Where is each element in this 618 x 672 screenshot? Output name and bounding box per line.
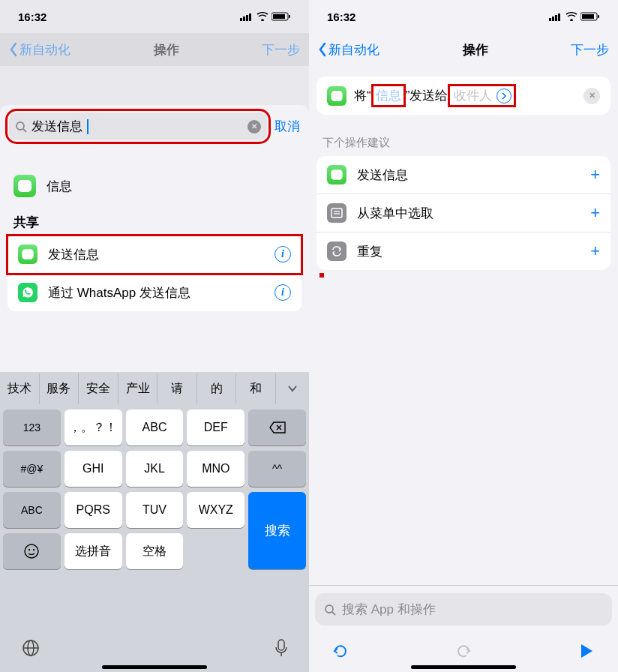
svg-line-27	[332, 612, 335, 615]
messages-icon	[327, 165, 346, 184]
app-category-label: 信息	[46, 178, 72, 195]
chevron-left-icon	[9, 42, 18, 57]
chevron-right-icon[interactable]	[496, 88, 512, 104]
svg-rect-5	[273, 14, 285, 19]
svg-rect-16	[549, 18, 551, 21]
clear-icon[interactable]	[248, 120, 261, 134]
key-backspace[interactable]	[248, 410, 306, 446]
svg-rect-1	[243, 16, 245, 21]
message-token[interactable]: 信息	[373, 86, 404, 106]
key-alpha[interactable]: ABC	[3, 492, 61, 528]
key-caret[interactable]: ^^	[248, 451, 306, 487]
section-header: 共享	[0, 206, 309, 236]
action-label: 发送信息	[48, 246, 264, 263]
messages-icon	[327, 86, 346, 106]
info-icon[interactable]: i	[274, 284, 291, 301]
wifi-icon	[566, 12, 578, 21]
key-emoji[interactable]	[3, 533, 61, 569]
candidate[interactable]: 的	[197, 374, 237, 404]
nav-back-label: 新自动化	[20, 41, 70, 58]
battery-icon	[272, 12, 291, 21]
candidate[interactable]: 请	[158, 374, 197, 404]
nav-bar: 新自动化 操作 下一步	[0, 33, 309, 66]
key-pinyin[interactable]: 选拼音	[64, 533, 122, 569]
keyboard: 123 ，。？！ ABC DEF #@¥ GHI JKL MNO ^^ ABC …	[0, 405, 309, 627]
nav-back[interactable]: 新自动化	[9, 41, 70, 58]
candidate[interactable]: 技术	[0, 374, 40, 404]
action-send-whatsapp[interactable]: 通过 WhatsApp 发送信息 i	[8, 274, 302, 311]
suggestion-label: 从菜单中选取	[357, 205, 580, 222]
key-symbols[interactable]: #@¥	[3, 451, 61, 487]
add-icon[interactable]: +	[590, 165, 600, 184]
key-def[interactable]: DEF	[187, 410, 244, 446]
key-wxyz[interactable]: WXYZ	[187, 492, 244, 528]
key-123[interactable]: 123	[3, 410, 61, 446]
svg-point-9	[25, 544, 38, 558]
info-icon[interactable]: i	[274, 246, 291, 262]
suggestion-send-message[interactable]: 发送信息 +	[316, 156, 610, 194]
keyboard-candidates: 技术 服务 安全 产业 请 的 和	[0, 372, 309, 405]
key-mno[interactable]: MNO	[187, 451, 244, 487]
emoji-icon	[23, 543, 40, 560]
key-abc[interactable]: ABC	[126, 410, 184, 446]
cancel-button[interactable]: 取消	[274, 118, 300, 135]
action-card: 将“ 信息 ”发送给 收件人	[316, 76, 610, 115]
suggestion-repeat[interactable]: 重复 +	[316, 232, 610, 270]
search-icon	[15, 121, 27, 133]
redo-icon	[454, 641, 473, 661]
svg-rect-19	[558, 14, 560, 21]
undo-icon	[331, 641, 350, 661]
status-time: 16:32	[18, 10, 46, 23]
mic-icon[interactable]	[274, 638, 288, 658]
nav-back-label: 新自动化	[328, 41, 380, 58]
dock-search-placeholder: 搜索 App 和操作	[342, 601, 436, 618]
candidate[interactable]: 产业	[118, 374, 158, 404]
messages-app-icon	[14, 175, 36, 197]
candidate[interactable]: 安全	[79, 374, 118, 404]
nav-next[interactable]: 下一步	[571, 41, 609, 58]
recipient-token[interactable]: 收件人	[452, 87, 494, 104]
status-bar: 16:32	[309, 0, 618, 33]
caret-indicator	[320, 273, 324, 278]
globe-icon[interactable]	[21, 638, 40, 658]
whatsapp-icon	[18, 283, 38, 302]
bottom-dock: 搜索 App 和操作	[309, 585, 618, 672]
app-category-row[interactable]: 信息	[0, 166, 309, 206]
search-input[interactable]: 发送信息	[9, 112, 267, 140]
key-jkl[interactable]: JKL	[126, 451, 184, 487]
run-button[interactable]	[573, 638, 600, 664]
key-tuv[interactable]: TUV	[126, 492, 184, 528]
status-icons	[240, 12, 291, 21]
text-cursor	[87, 119, 88, 134]
nav-bar: 新自动化 操作 下一步	[309, 33, 618, 66]
delete-action-button[interactable]	[584, 88, 600, 104]
svg-line-8	[23, 129, 26, 132]
svg-rect-15	[278, 640, 284, 650]
nav-back[interactable]: 新自动化	[318, 41, 380, 58]
key-search[interactable]: 搜索	[248, 492, 306, 569]
home-indicator	[411, 665, 516, 669]
add-icon[interactable]: +	[590, 242, 600, 261]
svg-rect-2	[246, 15, 248, 21]
backspace-icon	[268, 421, 286, 434]
undo-button[interactable]	[327, 638, 354, 664]
search-icon	[324, 604, 336, 616]
action-send-message[interactable]: 发送信息 i	[8, 236, 302, 274]
nav-next[interactable]: 下一步	[262, 41, 300, 58]
suggestion-choose-menu[interactable]: 从菜单中选取 +	[316, 194, 610, 232]
candidate[interactable]: 服务	[40, 374, 80, 404]
repeat-icon	[327, 242, 346, 261]
dock-search-input[interactable]: 搜索 App 和操作	[315, 593, 612, 626]
key-space[interactable]: 空格	[126, 533, 184, 569]
search-value: 发送信息	[32, 118, 82, 135]
suggestions-header: 下个操作建议	[309, 115, 618, 156]
candidates-expand[interactable]	[276, 374, 309, 403]
key-pqrs[interactable]: PQRS	[64, 492, 122, 528]
key-punct[interactable]: ，。？！	[64, 410, 122, 446]
action-label: 通过 WhatsApp 发送信息	[48, 284, 264, 302]
key-ghi[interactable]: GHI	[64, 451, 122, 487]
add-icon[interactable]: +	[590, 203, 600, 223]
candidate[interactable]: 和	[236, 374, 276, 404]
svg-point-10	[28, 549, 30, 550]
svg-rect-23	[332, 208, 342, 218]
